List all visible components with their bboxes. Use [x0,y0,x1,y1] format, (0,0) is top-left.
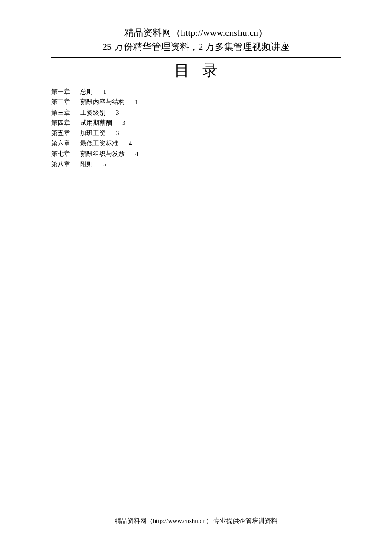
title-char-1: 目 [174,62,202,79]
toc-page: 4 [129,139,132,148]
toc-name: 最低工资标准 [80,139,118,148]
toc-name: 工资级别 [80,108,106,118]
toc-chapter: 第六章 [51,139,76,148]
toc-page: 4 [135,149,138,159]
toc-page: 5 [103,159,107,169]
toc-name: 总则 [80,87,93,97]
header-line-2: 25 万份精华管理资料，2 万多集管理视频讲座 [51,40,341,54]
page-footer: 精品资料网（http://www.cnshu.cn） 专业提供企管培训资料 [0,517,392,525]
toc-page: 1 [103,87,107,97]
toc-chapter: 第一章 [51,87,76,97]
toc-name: 试用期薪酬 [80,118,112,128]
toc-chapter: 第五章 [51,128,76,138]
toc-chapter: 第四章 [51,118,76,128]
title-char-2: 录 [202,62,218,79]
toc-chapter: 第三章 [51,108,76,118]
toc-row: 第五章 加班工资 3 [51,128,341,138]
toc-row: 第三章 工资级别 3 [51,108,341,118]
toc-name: 薪酬组织与发放 [80,149,125,159]
toc-row: 第六章 最低工资标准 4 [51,139,341,148]
toc-chapter: 第八章 [51,159,76,169]
table-of-contents: 第一章 总则 1 第二章 薪酬内容与结构 1 第三章 工资级别 3 第四章 试用… [51,87,341,169]
page-header: 精品资料网（http://www.cnshu.cn） 25 万份精华管理资料，2… [51,26,341,58]
toc-row: 第二章 薪酬内容与结构 1 [51,97,341,107]
toc-row: 第八章 附则 5 [51,159,341,169]
toc-chapter: 第七章 [51,149,76,159]
toc-name: 加班工资 [80,128,106,138]
toc-page: 3 [116,128,119,138]
toc-page: 1 [135,97,138,107]
toc-page: 3 [116,108,119,118]
header-line-1: 精品资料网（http://www.cnshu.cn） [51,26,341,40]
toc-chapter: 第二章 [51,97,76,107]
toc-page: 3 [122,118,126,128]
toc-name: 附则 [80,159,93,169]
toc-row: 第一章 总则 1 [51,87,341,97]
toc-row: 第七章 薪酬组织与发放 4 [51,149,341,159]
toc-row: 第四章 试用期薪酬 3 [51,118,341,128]
toc-title: 目录 [51,60,341,81]
toc-name: 薪酬内容与结构 [80,97,125,107]
